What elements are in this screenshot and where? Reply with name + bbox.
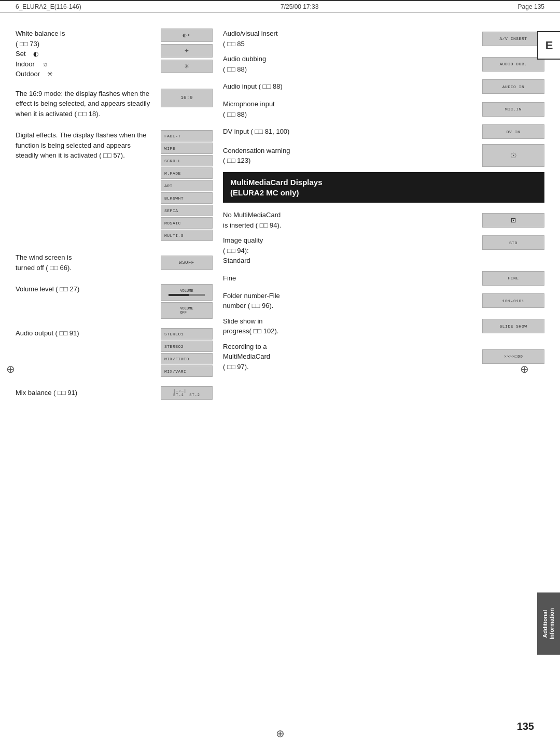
no-card-icon: ⊡ — [511, 215, 516, 225]
left-margin-mark: ⊕ — [6, 363, 15, 375]
lcd-169: 16:9 — [161, 89, 213, 107]
effect-lcd-mosaic: MOSAIC — [161, 217, 213, 229]
audio-option-stereo1: STEREO1 — [161, 328, 213, 340]
mic-input-text: Microphone input ( □□ 88) — [223, 99, 475, 119]
wind-screen-text: The wind screen is turned off ( □□ 66). — [16, 252, 153, 273]
condensation-icon: ☉ — [510, 151, 517, 160]
audio-dubbing-text: Audio dubbing ( □□ 88) — [223, 54, 475, 74]
effects-lcd-stack: FADE-TWIPESCROLLM.FADEARTBLK&WHTSEPIAMOS… — [161, 130, 213, 241]
mix-balance-lcd: |—○—|ST-1 ST-2 — [161, 386, 213, 400]
volume-lcd-stack: VOLUME VOLUMEOFF — [161, 284, 213, 319]
recording-mmc-section: Recording to a MultiMediaCard ( □□ 97). … — [223, 342, 544, 372]
wb-outdoor-icon: ✳ — [47, 70, 53, 78]
effect-lcd-wipe: WIPE — [161, 143, 213, 154]
right-margin-mark: ⊕ — [520, 363, 529, 375]
effect-lcd-scroll: SCROLL — [161, 155, 213, 166]
volume-bar-fill — [169, 294, 189, 296]
effect-lcd-sepia: SEPIA — [161, 205, 213, 216]
effect-lcd-art: ART — [161, 180, 213, 191]
audio-dubbing-section: Audio dubbing ( □□ 88) AUDIO DUB. — [223, 54, 544, 74]
effect-lcd-multi-s: MULTI-S — [161, 230, 213, 241]
av-insert-text: Audio/visual insert ( □□ 85 — [223, 29, 475, 49]
no-card-section: No MultiMediaCard is inserted ( □□ 94). … — [223, 210, 544, 230]
white-balance-section: White balance is ( □□ 73) Set ◐ Indoor ☼… — [16, 29, 213, 79]
recording-mmc-text: Recording to a MultiMediaCard ( □□ 97). — [223, 342, 475, 372]
right-column: Audio/visual insert ( □□ 85 A/V INSERT A… — [213, 29, 544, 405]
folder-number-text: Folder number-File number ( □□ 96). — [223, 291, 475, 311]
mix-balance-text: Mix balance ( □□ 91) — [16, 388, 153, 398]
condensation-lcd: ☉ — [482, 144, 544, 167]
condensation-text: Condensation warning ( □□ 123) — [223, 146, 475, 166]
slide-show-text: Slide show in progress( □□ 102). — [223, 316, 475, 336]
wb-indoor-icon: ☼ — [42, 60, 48, 68]
effect-lcd-m.fade: M.FADE — [161, 167, 213, 179]
header-left: 6_ELURA2_E(116-146) — [16, 3, 81, 10]
folder-number-section: Folder number-File number ( □□ 96). 101-… — [223, 291, 544, 311]
fine-text: Fine — [223, 273, 475, 284]
side-tab-e: E — [537, 31, 560, 60]
audio-input-section: Audio input ( □□ 88) AUDIO IN — [223, 79, 544, 94]
left-column: White balance is ( □□ 73) Set ◐ Indoor ☼… — [16, 29, 213, 405]
mode-169-text: The 16:9 mode: the display flashes when … — [16, 89, 153, 119]
main-content: White balance is ( □□ 73) Set ◐ Indoor ☼… — [0, 13, 560, 420]
folder-number-lcd: 101-0101 — [482, 293, 544, 308]
wb-lcd-outdoor: ✳ — [161, 60, 213, 73]
mmc-header: MultiMediaCard Displays (ELURA2 MC only) — [223, 172, 544, 203]
audio-option-mix-fixed: MIX/FIXED — [161, 353, 213, 364]
mic-input-lcd: MIC.IN — [482, 102, 544, 117]
image-quality-section: Image quality ( □□ 94): Standard STD — [223, 235, 544, 266]
no-card-lcd: ⊡ — [482, 213, 544, 228]
audio-output-text: Audio output ( □□ 91) — [16, 328, 153, 338]
page-number: 135 — [517, 721, 534, 732]
audio-output-lcd-stack: STEREO1STEREO2MIX/FIXEDMIX/VARI — [161, 328, 213, 377]
effect-lcd-blk&wht: BLK&WHT — [161, 192, 213, 204]
mic-input-section: Microphone input ( □□ 88) MIC.IN — [223, 99, 544, 119]
fine-section: Fine FINE — [223, 271, 544, 286]
dv-input-section: DV input ( □□ 81, 100) DV IN — [223, 124, 544, 139]
page-wrapper: 6_ELURA2_E(116-146) 7/25/00 17:33 Page 1… — [0, 0, 560, 748]
dv-input-text: DV input ( □□ 81, 100) — [223, 126, 475, 137]
dv-input-lcd: DV IN — [482, 124, 544, 139]
volume-lcd-1: VOLUME — [161, 284, 213, 301]
av-insert-section: Audio/visual insert ( □□ 85 A/V INSERT — [223, 29, 544, 49]
mix-balance-section: Mix balance ( □□ 91) |—○—|ST-1 ST-2 — [16, 386, 213, 400]
condensation-section: Condensation warning ( □□ 123) ☉ — [223, 144, 544, 167]
mode-169-section: The 16:9 mode: the display flashes when … — [16, 89, 213, 119]
audio-output-section: Audio output ( □□ 91) STEREO1STEREO2MIX/… — [16, 328, 213, 377]
slide-show-section: Slide show in progress( □□ 102). SLIDE S… — [223, 316, 544, 336]
wb-lcd-stack: ◐⚬ ✦ ✳ — [161, 29, 213, 73]
digital-effects-section: Digital effects. The display flashes whe… — [16, 130, 213, 241]
wind-screen-section: The wind screen is turned off ( □□ 66). … — [16, 252, 213, 273]
wb-lcd-set: ◐⚬ — [161, 29, 213, 42]
volume-text: Volume level ( □□ 27) — [16, 284, 153, 294]
header-right: Page 135 — [518, 3, 544, 10]
volume-lcd-2: VOLUMEOFF — [161, 302, 213, 319]
digital-effects-text: Digital effects. The display flashes whe… — [16, 130, 153, 161]
wb-lcd-indoor: ✦ — [161, 44, 213, 58]
volume-section: Volume level ( □□ 27) VOLUME VOLUMEOFF — [16, 284, 213, 319]
effect-lcd-fade-t: FADE-T — [161, 130, 213, 142]
audio-input-text: Audio input ( □□ 88) — [223, 81, 475, 92]
fine-lcd: FINE — [482, 271, 544, 286]
white-balance-text: White balance is ( □□ 73) Set ◐ Indoor ☼… — [16, 29, 151, 79]
bottom-crosshair-mark: ⊕ — [276, 727, 285, 740]
header-page: 135 — [534, 3, 544, 10]
wb-set-icon: ◐ — [33, 50, 38, 58]
audio-option-stereo2: STEREO2 — [161, 341, 213, 352]
image-quality-text: Image quality ( □□ 94): Standard — [223, 235, 475, 266]
mode-169-lcd: 16:9 — [161, 89, 213, 107]
recording-mmc-lcd: >>>>□99 — [482, 349, 544, 364]
audio-option-mix-vari: MIX/VARI — [161, 365, 213, 377]
no-card-text: No MultiMediaCard is inserted ( □□ 94). — [223, 210, 475, 230]
volume-bar — [169, 294, 205, 296]
av-insert-lcd: A/V INSERT — [482, 32, 544, 46]
side-tab-additional: AdditionalInformation — [537, 592, 560, 655]
header-bar: 6_ELURA2_E(116-146) 7/25/00 17:33 Page 1… — [0, 0, 560, 13]
image-quality-std-lcd: STD — [482, 235, 544, 250]
audio-input-lcd: AUDIO IN — [482, 79, 544, 94]
slide-show-lcd: SLIDE SHOW — [482, 319, 544, 333]
audio-dubbing-lcd: AUDIO DUB. — [482, 57, 544, 72]
wind-screen-lcd: WSOFF — [161, 256, 213, 270]
header-center: 7/25/00 17:33 — [281, 3, 318, 10]
